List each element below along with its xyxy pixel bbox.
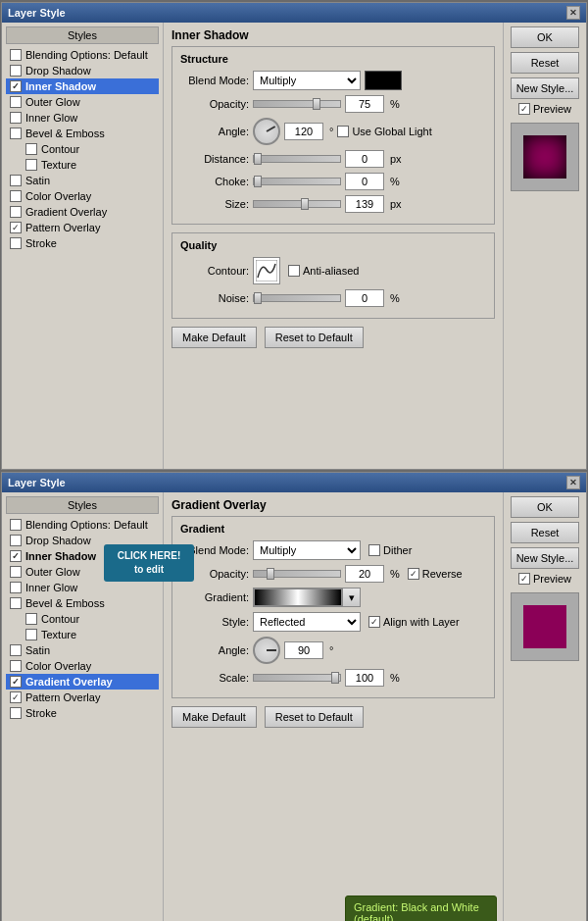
ok-button-2[interactable]: OK [511, 496, 579, 518]
color-overlay-checkbox[interactable] [10, 190, 22, 202]
new-style-button-2[interactable]: New Style... [511, 547, 579, 569]
make-default-button[interactable]: Make Default [172, 327, 257, 348]
gradient-overlay-checkbox[interactable] [10, 206, 22, 218]
angle-input[interactable]: 120 [284, 123, 323, 140]
sidebar-2-item-bevel[interactable]: Bevel & Emboss [6, 595, 159, 611]
contour2-checkbox[interactable] [25, 613, 37, 625]
blend-mode-select[interactable]: Multiply [253, 71, 361, 90]
sidebar-2-item-gradient-overlay[interactable]: Gradient Overlay [6, 674, 159, 690]
blend-color-swatch[interactable] [365, 71, 402, 90]
satin2-checkbox[interactable] [10, 644, 22, 656]
sidebar-2-item-pattern-overlay[interactable]: Pattern Overlay [6, 690, 159, 705]
sidebar-2-item-stroke[interactable]: Stroke [6, 705, 159, 721]
scale-slider[interactable] [253, 674, 341, 682]
choke-input[interactable]: 0 [345, 173, 384, 190]
sidebar-2-item-color-overlay[interactable]: Color Overlay [6, 658, 159, 674]
noise-slider[interactable] [253, 294, 341, 302]
texture2-checkbox[interactable] [25, 629, 37, 640]
sidebar-1-item-satin[interactable]: Satin [6, 173, 159, 188]
opacity-input-2[interactable]: 20 [345, 565, 384, 583]
inner-shadow-checkbox[interactable] [10, 80, 22, 92]
blend-mode-select-2[interactable]: Multiply [253, 540, 361, 560]
sidebar-2-item-contour[interactable]: Contour [6, 611, 159, 627]
global-light-checkbox[interactable] [337, 126, 349, 137]
outer-glow-checkbox[interactable] [10, 96, 22, 108]
scale-thumb[interactable] [331, 672, 339, 684]
new-style-button-1[interactable]: New Style... [511, 77, 579, 99]
gradient-overlay2-checkbox[interactable] [10, 676, 22, 688]
sidebar-1-item-drop-shadow[interactable]: Drop Shadow [6, 63, 159, 78]
distance-thumb[interactable] [254, 153, 262, 165]
reset-to-default-button-2[interactable]: Reset to Default [265, 706, 364, 728]
opacity-input[interactable]: 75 [345, 95, 384, 113]
angle-dial[interactable] [253, 118, 280, 145]
inner-shadow2-checkbox[interactable] [10, 550, 22, 562]
sidebar-1-item-bevel[interactable]: Bevel & Emboss [6, 126, 159, 141]
stroke-checkbox[interactable] [10, 237, 22, 249]
sidebar-1-item-pattern-overlay[interactable]: Pattern Overlay [6, 220, 159, 235]
panel-2-close-button[interactable]: ✕ [566, 476, 580, 489]
blending-checkbox[interactable] [10, 49, 22, 61]
distance-input[interactable]: 0 [345, 150, 384, 168]
stroke2-checkbox[interactable] [10, 707, 22, 719]
ok-button-1[interactable]: OK [511, 26, 579, 48]
scale-input[interactable]: 100 [345, 669, 384, 687]
texture-checkbox[interactable] [25, 159, 37, 171]
gradient-selector[interactable]: ▾ [253, 588, 361, 607]
contour-preview[interactable] [253, 257, 280, 284]
opacity-slider-2[interactable] [253, 570, 341, 578]
opacity-thumb-2[interactable] [267, 568, 274, 580]
opacity-thumb[interactable] [313, 98, 320, 110]
size-input[interactable]: 139 [345, 195, 384, 213]
distance-slider[interactable] [253, 155, 341, 163]
make-default-button-2[interactable]: Make Default [172, 706, 257, 728]
angle-dial-2[interactable] [253, 637, 280, 664]
sidebar-1-item-inner-shadow[interactable]: Inner Shadow [6, 78, 159, 94]
outer-glow2-checkbox[interactable] [10, 566, 22, 578]
choke-slider[interactable] [253, 178, 341, 185]
reverse-checkbox[interactable] [408, 568, 419, 580]
contour-checkbox[interactable] [25, 143, 37, 155]
pattern-overlay-checkbox[interactable] [10, 222, 22, 233]
angle-input-2[interactable]: 90 [284, 641, 323, 659]
sidebar-1-item-blending[interactable]: Blending Options: Default [6, 47, 159, 63]
sidebar-1-item-color-overlay[interactable]: Color Overlay [6, 188, 159, 204]
sidebar-2-item-texture[interactable]: Texture [6, 627, 159, 642]
sidebar-2-item-inner-glow[interactable]: Inner Glow [6, 580, 159, 595]
noise-thumb[interactable] [254, 292, 262, 304]
reset-to-default-button[interactable]: Reset to Default [265, 327, 364, 348]
size-thumb[interactable] [301, 198, 309, 210]
pattern-overlay2-checkbox[interactable] [10, 691, 22, 703]
blending2-checkbox[interactable] [10, 519, 22, 531]
gradient-dropdown-btn[interactable]: ▾ [342, 588, 360, 606]
opacity-slider[interactable] [253, 100, 341, 108]
size-slider[interactable] [253, 200, 341, 208]
sidebar-1-item-texture[interactable]: Texture [6, 157, 159, 173]
panel-1-close-button[interactable]: ✕ [566, 6, 580, 20]
sidebar-1-item-inner-glow[interactable]: Inner Glow [6, 110, 159, 126]
sidebar-2-item-inner-shadow[interactable]: Inner Shadow CLICK HERE! to edit [6, 548, 159, 564]
sidebar-2-item-blending[interactable]: Blending Options: Default [6, 517, 159, 533]
preview-check-2[interactable] [518, 573, 530, 585]
sidebar-1-item-stroke[interactable]: Stroke [6, 235, 159, 251]
reset-button-2[interactable]: Reset [511, 522, 579, 543]
inner-glow2-checkbox[interactable] [10, 582, 22, 593]
drop-shadow2-checkbox[interactable] [10, 535, 22, 546]
noise-input[interactable]: 0 [345, 289, 384, 307]
sidebar-2-item-satin[interactable]: Satin [6, 642, 159, 658]
drop-shadow-checkbox[interactable] [10, 65, 22, 77]
color-overlay2-checkbox[interactable] [10, 660, 22, 672]
sidebar-1-item-contour[interactable]: Contour [6, 141, 159, 157]
align-layer-checkbox[interactable] [368, 616, 380, 628]
sidebar-1-item-gradient-overlay[interactable]: Gradient Overlay [6, 204, 159, 220]
bevel-emboss2-checkbox[interactable] [10, 597, 22, 609]
satin-checkbox[interactable] [10, 175, 22, 186]
preview-check-1[interactable] [518, 103, 530, 115]
style-select[interactable]: Reflected Linear Radial Angle Diamond [253, 612, 361, 632]
reset-button-1[interactable]: Reset [511, 52, 579, 74]
choke-thumb[interactable] [254, 176, 262, 187]
inner-glow-checkbox[interactable] [10, 112, 22, 124]
sidebar-1-item-outer-glow[interactable]: Outer Glow [6, 94, 159, 110]
anti-aliased-checkbox[interactable] [288, 265, 300, 277]
bevel-emboss-checkbox[interactable] [10, 128, 22, 139]
